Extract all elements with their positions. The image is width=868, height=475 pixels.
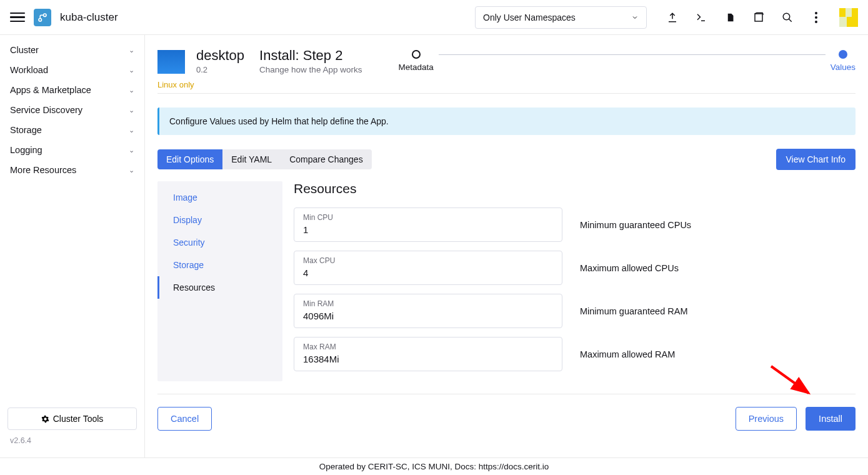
- namespace-selected: Only User Namespaces: [483, 12, 576, 22]
- sidebar-item-apps[interactable]: Apps & Marketplace⌄: [0, 80, 144, 100]
- field-row-min-ram: Min RAM Minimum guaranteed RAM: [294, 294, 856, 328]
- version-label: v2.6.4: [7, 436, 137, 445]
- sidebar-item-workload[interactable]: Workload⌄: [0, 60, 144, 80]
- menu-icon[interactable]: [10, 10, 25, 25]
- install-button[interactable]: Install: [806, 407, 856, 431]
- file-icon[interactable]: [724, 12, 736, 23]
- chevron-down-icon: ⌄: [129, 86, 134, 94]
- upload-icon[interactable]: [667, 12, 678, 23]
- footer-bar: Operated by CERIT-SC, ICS MUNI, Docs: ht…: [0, 458, 868, 475]
- field-row-min-cpu: Min CPU Minimum guaranteed CPUs: [294, 208, 856, 242]
- sidebar-item-cluster[interactable]: Cluster⌄: [0, 40, 144, 60]
- step-label: Values: [831, 62, 856, 72]
- sidebar-item-label: More Resources: [10, 165, 76, 175]
- form-heading: Resources: [294, 181, 856, 196]
- tab-row: Edit Options Edit YAML Compare Changes V…: [157, 149, 856, 170]
- terminal-icon[interactable]: [696, 12, 707, 23]
- chevron-down-icon: ⌄: [129, 126, 134, 134]
- sidebar-item-more-resources[interactable]: More Resources⌄: [0, 160, 144, 180]
- max-ram-field[interactable]: Max RAM: [294, 337, 562, 371]
- view-chart-info-button[interactable]: View Chart Info: [776, 149, 856, 170]
- brand-logo: [34, 9, 51, 26]
- namespace-select[interactable]: Only User Namespaces: [475, 6, 647, 29]
- sidebar-item-service-discovery[interactable]: Service Discovery⌄: [0, 100, 144, 120]
- vtab-image[interactable]: Image: [157, 186, 282, 209]
- vtab-storage[interactable]: Storage: [157, 254, 282, 276]
- step-line: [439, 54, 826, 55]
- field-desc: Maximum allowed CPUs: [580, 263, 679, 273]
- sidebar-item-label: Storage: [10, 125, 42, 135]
- field-desc: Minimum guaranteed CPUs: [580, 220, 691, 230]
- sidebar-item-label: Cluster: [10, 45, 39, 55]
- sidebar-item-label: Service Discovery: [10, 105, 82, 115]
- main-content: desktop 0.2 Install: Step 2 Change how t…: [145, 35, 868, 458]
- vtab-resources[interactable]: Resources: [157, 276, 282, 299]
- app-icon: [157, 50, 185, 74]
- chevron-down-icon: ⌄: [129, 66, 134, 74]
- footer-actions: Cancel Previous Install: [157, 394, 856, 444]
- avatar[interactable]: [839, 8, 858, 27]
- field-desc: Minimum guaranteed RAM: [580, 306, 687, 316]
- gear-icon: [41, 415, 49, 423]
- form-area: Resources Min CPU Minimum guaranteed CPU…: [294, 181, 856, 380]
- more-icon[interactable]: [811, 12, 822, 23]
- step-circle-empty: [412, 50, 421, 59]
- svg-rect-9: [839, 17, 847, 27]
- linux-only-badge: Linux only: [157, 80, 194, 89]
- sidebar-item-logging[interactable]: Logging⌄: [0, 140, 144, 160]
- stepper: Metadata Values: [398, 50, 856, 72]
- svg-point-4: [815, 12, 817, 14]
- chevron-down-icon: ⌄: [129, 46, 134, 54]
- vtab-display[interactable]: Display: [157, 209, 282, 231]
- tab-edit-yaml[interactable]: Edit YAML: [222, 149, 281, 169]
- chevron-down-icon: [631, 14, 639, 21]
- chevron-down-icon: ⌄: [129, 146, 134, 154]
- top-icons: [667, 8, 858, 27]
- field-label: Max CPU: [303, 256, 553, 265]
- install-header: desktop 0.2 Install: Step 2 Change how t…: [157, 48, 856, 94]
- step-circle-filled: [839, 50, 847, 59]
- sidebar-item-label: Workload: [10, 65, 48, 75]
- previous-button[interactable]: Previous: [736, 407, 797, 431]
- svg-point-0: [39, 18, 42, 21]
- min-cpu-input[interactable]: [303, 224, 553, 235]
- search-icon[interactable]: [782, 12, 793, 23]
- sidebar: Cluster⌄ Workload⌄ Apps & Marketplace⌄ S…: [0, 35, 145, 458]
- min-cpu-field[interactable]: Min CPU: [294, 208, 562, 242]
- field-label: Min CPU: [303, 213, 553, 222]
- max-cpu-input[interactable]: [303, 268, 553, 278]
- min-ram-field[interactable]: Min RAM: [294, 294, 562, 328]
- tab-compare-changes[interactable]: Compare Changes: [281, 149, 372, 169]
- step-values[interactable]: Values: [831, 50, 856, 72]
- top-bar: kuba-cluster Only User Namespaces: [0, 0, 868, 35]
- max-ram-input[interactable]: [303, 354, 553, 364]
- svg-point-1: [44, 14, 47, 17]
- vtab-security[interactable]: Security: [157, 231, 282, 254]
- step-subtitle: Change how the App works: [259, 65, 362, 74]
- field-row-max-cpu: Max CPU Maximum allowed CPUs: [294, 251, 856, 285]
- field-label: Max RAM: [303, 342, 553, 351]
- brand-name: kuba-cluster: [60, 11, 118, 24]
- sidebar-item-storage[interactable]: Storage⌄: [0, 120, 144, 140]
- tab-group: Edit Options Edit YAML Compare Changes: [157, 149, 372, 169]
- vertical-tabs: Image Display Security Storage Resources: [157, 181, 282, 381]
- min-ram-input[interactable]: [303, 311, 553, 321]
- app-version: 0.2: [196, 65, 244, 74]
- svg-point-5: [815, 16, 817, 19]
- field-desc: Maximum allowed RAM: [580, 349, 675, 359]
- step-label: Metadata: [398, 62, 433, 72]
- step-metadata[interactable]: Metadata: [398, 50, 433, 72]
- cluster-tools-button[interactable]: Cluster Tools: [7, 408, 137, 430]
- grid-icon[interactable]: [753, 12, 764, 23]
- svg-point-6: [815, 21, 817, 23]
- sidebar-item-label: Logging: [10, 145, 42, 155]
- sidebar-item-label: Apps & Marketplace: [10, 85, 91, 95]
- cancel-button[interactable]: Cancel: [157, 407, 212, 431]
- max-cpu-field[interactable]: Max CPU: [294, 251, 562, 285]
- tab-edit-options[interactable]: Edit Options: [157, 149, 222, 169]
- info-banner: Configure Values used by Helm that help …: [157, 108, 856, 135]
- chevron-down-icon: ⌄: [129, 166, 134, 174]
- svg-point-3: [783, 13, 790, 20]
- cluster-tools-label: Cluster Tools: [53, 414, 104, 424]
- field-row-max-ram: Max RAM Maximum allowed RAM: [294, 337, 856, 371]
